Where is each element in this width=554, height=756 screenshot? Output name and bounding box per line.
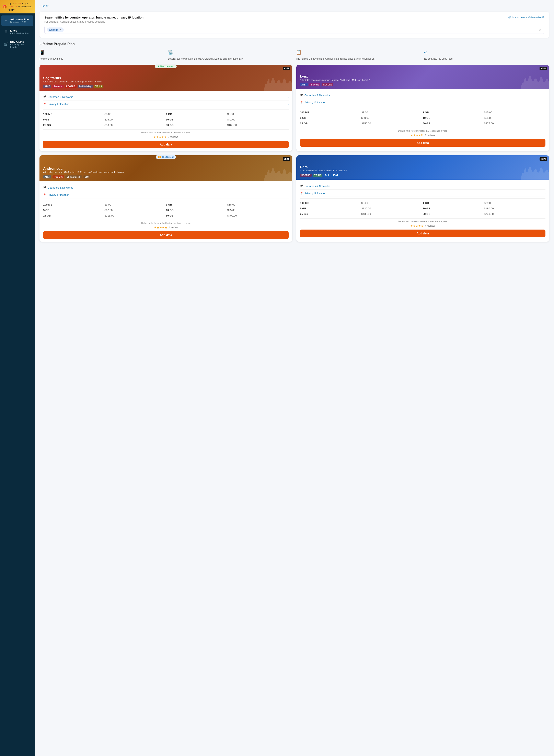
card-hero-lynx: eSIM Lynx Affordable prices on Rogers in… <box>296 65 549 89</box>
privacy-ip-link-andromeda[interactable]: 📍 Privacy IP location › <box>43 191 289 198</box>
chevron-icon: › <box>288 96 289 99</box>
countries-networks-link-dara[interactable]: 🏴 Countries & Networks › <box>300 182 546 190</box>
price-25gb-label: 25 GB <box>43 123 105 127</box>
stars-andromeda: ★★★★★ <box>154 226 167 229</box>
cards-grid: ✦ The cheapest eSIM Sagittarius Affordab… <box>40 65 549 242</box>
divider2-andromeda <box>43 220 289 220</box>
card-networks-lynx: AT&T T-Mobile ROGERS <box>300 83 546 86</box>
doc-icon: 📋 <box>296 49 301 56</box>
countries-networks-link-sagittarius[interactable]: 🏴 Countries & Networks › <box>43 94 289 101</box>
pricing-grid-sagittarius: 100 MB $3.00 1 GB $8.00 5 GB $25.00 10 G… <box>43 112 289 127</box>
price-5gb-label-andromeda: 5 GB <box>43 208 105 213</box>
review-count-dara: 4 reviews <box>425 225 435 227</box>
card-subtitle-dara: 4 top networks in Canada and AT&T in the… <box>300 169 546 172</box>
price-10gb-label-lynx: 10 GB <box>423 116 484 120</box>
feature-no-contract: ∞ No contract. No extra fees <box>424 49 549 61</box>
privacy-ip-link-dara[interactable]: 📍 Privacy IP location › <box>300 190 546 197</box>
network-bell: Bell Mobility <box>78 85 93 88</box>
review-count-sagittarius: 2 reviews <box>168 135 178 138</box>
price-1gb-label-dara: 1 GB <box>423 201 484 205</box>
privacy-ip-link-lynx[interactable]: 📍 Privacy IP location › <box>300 99 546 106</box>
location-icon-lynx: 📍 <box>300 101 303 104</box>
esim-check-link[interactable]: ⓘ Is your device eSIM-enabled? <box>508 16 544 19</box>
search-header: Search eSIMs by country, operator, bundl… <box>44 16 544 19</box>
price-10gb-val-dara: $180.00 <box>484 206 546 211</box>
search-input-wrap[interactable]: Canada ✕ ✕ <box>44 25 544 34</box>
chevron-privacy-lynx: › <box>544 101 546 104</box>
price-100mb-label-dara: 100 MB <box>300 201 362 205</box>
add-data-button-dara[interactable]: Add data <box>300 230 546 237</box>
remove-tag-button[interactable]: ✕ <box>59 28 62 31</box>
add-data-button-sagittarius[interactable]: Add data <box>43 140 289 149</box>
pricing-grid-andromeda: 100 MB $3.00 1 GB $18.00 5 GB $62.00 10 … <box>43 202 289 218</box>
validity-dara: Data is valid forever if refilled at lea… <box>300 220 546 223</box>
price-50gb-label-andromeda: 50 GB <box>166 213 227 218</box>
nav-lines-sub: eSIM Lifetime Plan <box>10 32 29 35</box>
privacy-ip-link-sagittarius[interactable]: 📍 Privacy IP location › <box>43 101 289 108</box>
card-dara: eSIM Dara 4 top networks in Canada and A… <box>296 155 549 242</box>
clear-search-button[interactable]: ✕ <box>539 27 542 32</box>
price-50gb-val-andromeda: $400.00 <box>227 213 289 218</box>
countries-label-dara: 🏴 Countries & Networks <box>300 185 330 188</box>
chevron-countries-andromeda: › <box>288 186 289 189</box>
infinity-icon: ∞ <box>424 49 428 56</box>
features-row: 📱 No monthly payments 📡 Several cell net… <box>40 49 549 61</box>
validity-lynx: Data is valid forever if refilled at lea… <box>300 130 546 132</box>
privacy-label-lynx: 📍 Privacy IP location <box>300 101 326 104</box>
network-telus-dara: TELUS <box>313 174 322 177</box>
search-section: Search eSIMs by country, operator, bundl… <box>40 12 549 38</box>
pricing-grid-dara: 100 MB $3.00 1 GB $29.00 5 GB $125.00 10… <box>300 201 546 216</box>
nav-buy-sub: for family and friends <box>10 43 31 48</box>
sidebar-nav: ＋ Add a new line Download eSIM ☰ Lines e… <box>0 13 35 53</box>
nav-add-line-sub: Download eSIM <box>10 21 29 23</box>
price-5gb-val: $25.00 <box>105 117 166 122</box>
fastest-badge: 🛜 The fastest <box>156 155 176 159</box>
price-10gb-label-andromeda: 10 GB <box>166 208 227 213</box>
card-hero-sagittarius: ✦ The cheapest eSIM Sagittarius Affordab… <box>40 65 292 91</box>
back-button[interactable]: ‹ Back <box>40 4 48 7</box>
countries-networks-link-lynx[interactable]: 🏴 Countries & Networks › <box>300 92 546 99</box>
add-data-button-andromeda[interactable]: Add data <box>43 231 289 239</box>
card-title-sagittarius: Sagittarius <box>43 76 289 80</box>
info-icon: ⓘ <box>508 16 511 19</box>
add-data-button-lynx[interactable]: Add data <box>300 139 546 147</box>
nav-buy-title: Buy A Line <box>10 40 31 43</box>
search-input[interactable] <box>65 28 537 31</box>
price-50gb-val-lynx: $275.00 <box>484 121 546 126</box>
sidebar-item-add-line[interactable]: ＋ Add a new line Download eSIM <box>1 15 34 26</box>
esim-badge-sagittarius: eSIM <box>283 67 290 70</box>
privacy-label-andromeda: 📍 Privacy IP location <box>43 193 69 196</box>
price-1gb-val-andromeda: $18.00 <box>227 202 289 207</box>
network-stc-andromeda: STC <box>83 175 90 178</box>
sidebar-item-buy-line[interactable]: 🛒 Buy A Line for family and friends <box>1 38 34 51</box>
feature-no-monthly: 📱 No monthly payments <box>40 49 164 61</box>
sidebar-item-lines[interactable]: ☰ Lines eSIM Lifetime Plan <box>1 27 34 37</box>
countries-networks-link-andromeda[interactable]: 🏴 Countries & Networks › <box>43 184 289 191</box>
price-1gb-label: 1 GB <box>166 112 227 116</box>
price-100mb-val: $3.00 <box>105 112 166 116</box>
price-25gb-label-andromeda: 25 GB <box>43 213 105 218</box>
main-content: ‹ Back Search eSIMs by country, operator… <box>35 0 554 756</box>
card-andromeda: 🛜 The fastest eSIM Andromeda Affordable … <box>40 155 292 242</box>
card-subtitle-sagittarius: Affordable data prices and best coverage… <box>43 80 289 83</box>
price-100mb-label: 100 MB <box>43 112 105 116</box>
card-body-andromeda: 🏴 Countries & Networks › 📍 Privacy IP lo… <box>40 181 292 242</box>
stars-row-lynx: ★★★★½ 3 reviews <box>300 134 546 137</box>
fastest-badge-label: 🛜 The fastest <box>158 156 173 158</box>
feature-no-monthly-text: No monthly payments <box>40 57 63 61</box>
countries-label-sagittarius: 🏴 Countries & Networks <box>43 96 73 99</box>
cheapest-badge: ✦ The cheapest <box>155 65 177 68</box>
price-1gb-label-lynx: 1 GB <box>423 110 484 115</box>
stars-lynx: ★★★★½ <box>410 134 424 137</box>
price-1gb-val-dara: $29.00 <box>484 201 546 205</box>
price-25gb-val-andromeda: $215.00 <box>105 213 166 218</box>
chevron-countries-dara: › <box>544 184 546 188</box>
review-count-andromeda: 1 review <box>169 226 178 229</box>
nav-lines-title: Lines <box>10 29 29 32</box>
price-100mb-val-andromeda: $3.00 <box>105 202 166 207</box>
stars-sagittarius: ★★★★★ <box>154 135 167 138</box>
location-icon: 📍 <box>43 103 46 106</box>
search-tag-label: Canada <box>49 28 58 31</box>
validity-andromeda: Data is valid forever if refilled at lea… <box>43 222 289 224</box>
network-att-lynx: AT&T <box>300 83 308 86</box>
